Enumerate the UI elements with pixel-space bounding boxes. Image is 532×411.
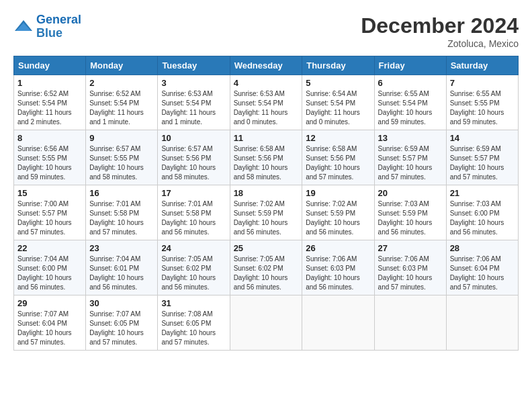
- calendar-cell: 4Sunrise: 6:53 AMSunset: 5:54 PMDaylight…: [230, 75, 302, 130]
- calendar-cell: 18Sunrise: 7:02 AMSunset: 5:59 PMDayligh…: [230, 185, 302, 240]
- day-info: Sunrise: 7:07 AMSunset: 6:04 PMDaylight:…: [17, 310, 72, 346]
- calendar-cell: [230, 295, 302, 351]
- calendar-cell: 5Sunrise: 6:54 AMSunset: 5:54 PMDaylight…: [302, 75, 374, 130]
- calendar-week-5: 29Sunrise: 7:07 AMSunset: 6:04 PMDayligh…: [14, 295, 519, 351]
- day-info: Sunrise: 7:06 AMSunset: 6:04 PMDaylight:…: [450, 255, 504, 291]
- day-info: Sunrise: 6:52 AMSunset: 5:54 PMDaylight:…: [17, 90, 72, 126]
- day-info: Sunrise: 7:03 AMSunset: 6:00 PMDaylight:…: [450, 200, 504, 236]
- page-header: General Blue December 2024 Zotoluca, Mex…: [13, 13, 519, 49]
- calendar-cell: 12Sunrise: 6:58 AMSunset: 5:56 PMDayligh…: [302, 130, 374, 185]
- calendar-cell: 10Sunrise: 6:57 AMSunset: 5:56 PMDayligh…: [158, 130, 230, 185]
- day-number: 4: [234, 78, 299, 88]
- col-wednesday: Wednesday: [230, 56, 302, 75]
- day-info: Sunrise: 7:06 AMSunset: 6:03 PMDaylight:…: [378, 255, 433, 291]
- calendar-cell: 7Sunrise: 6:55 AMSunset: 5:55 PMDaylight…: [446, 75, 518, 130]
- calendar-cell: 28Sunrise: 7:06 AMSunset: 6:04 PMDayligh…: [446, 240, 518, 295]
- day-number: 12: [306, 133, 370, 143]
- calendar-cell: 8Sunrise: 6:56 AMSunset: 5:55 PMDaylight…: [14, 130, 86, 185]
- calendar-cell: 16Sunrise: 7:01 AMSunset: 5:58 PMDayligh…: [86, 185, 158, 240]
- day-info: Sunrise: 6:57 AMSunset: 5:55 PMDaylight:…: [89, 145, 144, 181]
- day-info: Sunrise: 6:55 AMSunset: 5:54 PMDaylight:…: [378, 90, 433, 126]
- day-number: 18: [234, 188, 299, 198]
- logo: General Blue: [13, 13, 81, 40]
- title-section: December 2024 Zotoluca, Mexico: [361, 13, 519, 49]
- day-info: Sunrise: 7:01 AMSunset: 5:58 PMDaylight:…: [161, 200, 216, 236]
- col-monday: Monday: [86, 56, 158, 75]
- day-info: Sunrise: 6:53 AMSunset: 5:54 PMDaylight:…: [161, 90, 216, 126]
- calendar-cell: 11Sunrise: 6:58 AMSunset: 5:56 PMDayligh…: [230, 130, 302, 185]
- calendar-week-3: 15Sunrise: 7:00 AMSunset: 5:57 PMDayligh…: [14, 185, 519, 240]
- day-number: 6: [378, 78, 443, 88]
- col-friday: Friday: [374, 56, 446, 75]
- col-saturday: Saturday: [446, 56, 518, 75]
- day-number: 2: [89, 78, 154, 88]
- calendar-cell: 23Sunrise: 7:04 AMSunset: 6:01 PMDayligh…: [86, 240, 158, 295]
- day-info: Sunrise: 6:59 AMSunset: 5:57 PMDaylight:…: [450, 145, 504, 181]
- day-info: Sunrise: 6:54 AMSunset: 5:54 PMDaylight:…: [306, 90, 360, 126]
- day-number: 30: [89, 298, 154, 308]
- day-number: 3: [161, 78, 226, 88]
- calendar-cell: 25Sunrise: 7:05 AMSunset: 6:02 PMDayligh…: [230, 240, 302, 295]
- day-info: Sunrise: 7:08 AMSunset: 6:05 PMDaylight:…: [161, 310, 216, 346]
- day-number: 1: [17, 78, 82, 88]
- calendar-cell: 20Sunrise: 7:03 AMSunset: 5:59 PMDayligh…: [374, 185, 446, 240]
- day-number: 20: [378, 188, 443, 198]
- day-number: 21: [450, 188, 515, 198]
- calendar-cell: [374, 295, 446, 351]
- day-number: 26: [306, 243, 370, 253]
- day-info: Sunrise: 6:58 AMSunset: 5:56 PMDaylight:…: [306, 145, 360, 181]
- calendar-body: 1Sunrise: 6:52 AMSunset: 5:54 PMDaylight…: [14, 75, 519, 351]
- day-info: Sunrise: 6:59 AMSunset: 5:57 PMDaylight:…: [378, 145, 433, 181]
- day-number: 13: [378, 133, 443, 143]
- day-number: 11: [234, 133, 299, 143]
- day-number: 15: [17, 188, 82, 198]
- day-number: 5: [306, 78, 370, 88]
- day-number: 22: [17, 243, 82, 253]
- day-number: 28: [450, 243, 515, 253]
- col-sunday: Sunday: [14, 56, 86, 75]
- location: Zotoluca, Mexico: [361, 38, 519, 49]
- day-info: Sunrise: 7:07 AMSunset: 6:05 PMDaylight:…: [89, 310, 144, 346]
- calendar-cell: 19Sunrise: 7:02 AMSunset: 5:59 PMDayligh…: [302, 185, 374, 240]
- calendar-cell: 29Sunrise: 7:07 AMSunset: 6:04 PMDayligh…: [14, 295, 86, 351]
- col-tuesday: Tuesday: [158, 56, 230, 75]
- day-info: Sunrise: 6:58 AMSunset: 5:56 PMDaylight:…: [234, 145, 288, 181]
- day-number: 19: [306, 188, 370, 198]
- calendar-cell: 30Sunrise: 7:07 AMSunset: 6:05 PMDayligh…: [86, 295, 158, 351]
- logo-icon: [13, 19, 34, 35]
- col-thursday: Thursday: [302, 56, 374, 75]
- calendar-cell: 31Sunrise: 7:08 AMSunset: 6:05 PMDayligh…: [158, 295, 230, 351]
- day-number: 10: [161, 133, 226, 143]
- day-info: Sunrise: 6:52 AMSunset: 5:54 PMDaylight:…: [89, 90, 144, 126]
- day-info: Sunrise: 7:01 AMSunset: 5:58 PMDaylight:…: [89, 200, 144, 236]
- logo-text: General Blue: [36, 13, 81, 40]
- day-info: Sunrise: 7:05 AMSunset: 6:02 PMDaylight:…: [234, 255, 288, 291]
- day-number: 8: [17, 133, 82, 143]
- day-number: 9: [89, 133, 154, 143]
- day-info: Sunrise: 7:06 AMSunset: 6:03 PMDaylight:…: [306, 255, 360, 291]
- day-info: Sunrise: 7:00 AMSunset: 5:57 PMDaylight:…: [17, 200, 72, 236]
- calendar-cell: 17Sunrise: 7:01 AMSunset: 5:58 PMDayligh…: [158, 185, 230, 240]
- day-number: 31: [161, 298, 226, 308]
- day-number: 24: [161, 243, 226, 253]
- day-info: Sunrise: 6:57 AMSunset: 5:56 PMDaylight:…: [161, 145, 216, 181]
- calendar-cell: 22Sunrise: 7:04 AMSunset: 6:00 PMDayligh…: [14, 240, 86, 295]
- calendar-cell: 27Sunrise: 7:06 AMSunset: 6:03 PMDayligh…: [374, 240, 446, 295]
- calendar-cell: 26Sunrise: 7:06 AMSunset: 6:03 PMDayligh…: [302, 240, 374, 295]
- day-number: 25: [234, 243, 299, 253]
- calendar-cell: 1Sunrise: 6:52 AMSunset: 5:54 PMDaylight…: [14, 75, 86, 130]
- calendar-cell: 14Sunrise: 6:59 AMSunset: 5:57 PMDayligh…: [446, 130, 518, 185]
- day-info: Sunrise: 6:56 AMSunset: 5:55 PMDaylight:…: [17, 145, 72, 181]
- day-number: 14: [450, 133, 515, 143]
- day-info: Sunrise: 7:05 AMSunset: 6:02 PMDaylight:…: [161, 255, 216, 291]
- calendar-table: Sunday Monday Tuesday Wednesday Thursday…: [13, 56, 519, 351]
- day-info: Sunrise: 7:03 AMSunset: 5:59 PMDaylight:…: [378, 200, 433, 236]
- calendar-cell: [302, 295, 374, 351]
- day-number: 23: [89, 243, 154, 253]
- calendar-week-1: 1Sunrise: 6:52 AMSunset: 5:54 PMDaylight…: [14, 75, 519, 130]
- logo-line2: Blue: [36, 26, 62, 40]
- calendar-cell: 9Sunrise: 6:57 AMSunset: 5:55 PMDaylight…: [86, 130, 158, 185]
- day-info: Sunrise: 7:04 AMSunset: 6:00 PMDaylight:…: [17, 255, 72, 291]
- day-number: 29: [17, 298, 82, 308]
- calendar-cell: 2Sunrise: 6:52 AMSunset: 5:54 PMDaylight…: [86, 75, 158, 130]
